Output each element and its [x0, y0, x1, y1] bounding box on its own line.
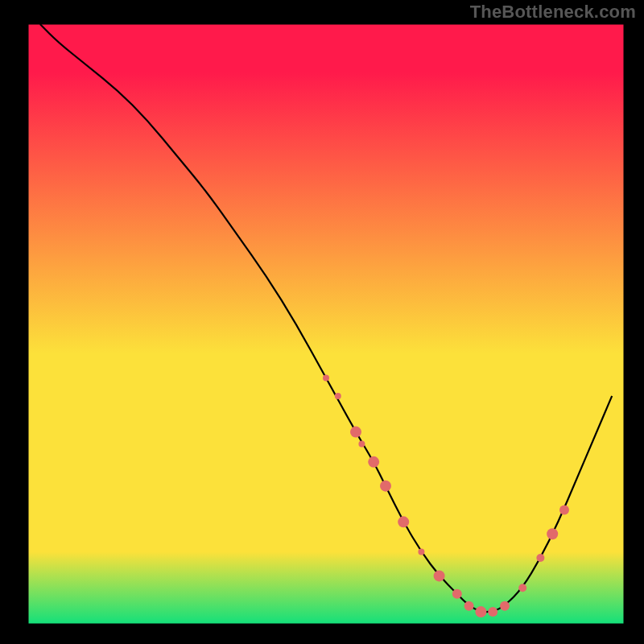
curve-dot [536, 554, 544, 562]
curve-dot [358, 441, 365, 448]
curve-dot [323, 375, 329, 382]
watermark-text: TheBottleneck.com [470, 2, 636, 23]
curve-dot [380, 481, 391, 492]
curve-dot [559, 505, 569, 514]
gradient-background [28, 24, 624, 624]
curve-dot [335, 393, 341, 399]
curve-dot [418, 549, 424, 555]
bottleneck-chart [0, 0, 644, 644]
curve-dot [547, 528, 558, 539]
curve-dot [350, 427, 361, 438]
curve-dot [368, 456, 379, 468]
curve-dot [464, 601, 474, 611]
curve-dot [475, 606, 486, 617]
curve-dot [518, 584, 526, 592]
chart-stage: TheBottleneck.com [0, 0, 644, 644]
curve-dot [488, 607, 497, 617]
curve-dot [500, 601, 510, 611]
curve-dot [398, 516, 409, 527]
curve-dot [452, 589, 462, 599]
curve-dot [434, 570, 445, 581]
